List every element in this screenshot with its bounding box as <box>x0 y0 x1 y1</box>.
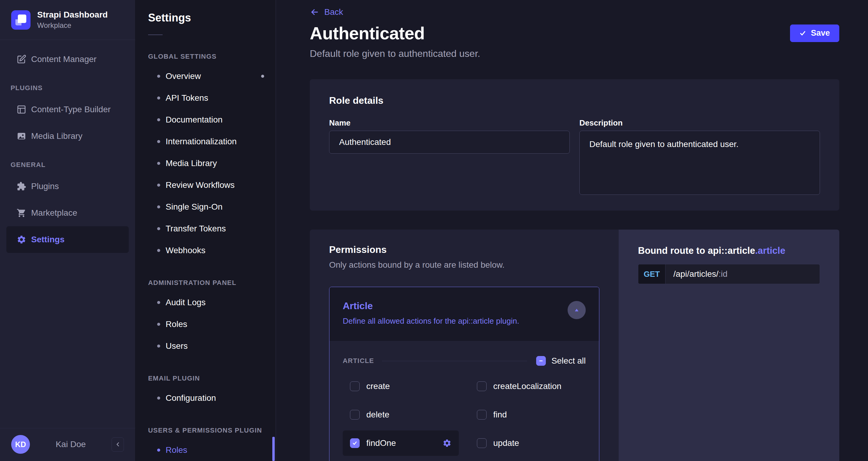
article-group-label: ARTICLE <box>343 357 374 365</box>
sidebar-item-settings[interactable]: Settings <box>6 226 129 253</box>
createlocalization-checkbox[interactable] <box>477 381 487 391</box>
sidebar-item-label: Plugins <box>31 181 59 191</box>
route-path: /api/articles/:id <box>665 264 735 284</box>
subnav-group-header-users-permissions-plugin: USERS & PERMISSIONS PLUGIN <box>148 427 276 434</box>
save-label: Save <box>811 28 830 38</box>
subnav-item-documentation[interactable]: Documentation <box>135 109 276 131</box>
page-subtitle: Default role given to authenticated user… <box>310 48 839 59</box>
main-sidebar: Strapi Dashboard Workplace Content Manag… <box>0 0 135 461</box>
subnav-scrollbar-thumb[interactable] <box>272 437 275 461</box>
subnav-item-transfer-tokens[interactable]: Transfer Tokens <box>135 218 276 239</box>
page-title: Authenticated <box>310 23 425 43</box>
description-label: Description <box>579 118 820 128</box>
bullet-icon <box>157 140 160 143</box>
permission-cell-update: update <box>470 430 586 456</box>
route-path-param: :id <box>718 269 727 279</box>
subnav-item-api-tokens[interactable]: API Tokens <box>135 87 276 109</box>
bullet-icon <box>157 397 160 400</box>
subnav-item-webhooks[interactable]: Webhooks <box>135 239 276 261</box>
sidebar-item-label: Marketplace <box>31 208 78 218</box>
name-input[interactable] <box>329 131 570 154</box>
bullet-icon <box>157 183 160 186</box>
delete-checkbox[interactable] <box>350 410 360 420</box>
subnav-item-users[interactable]: Users <box>135 335 276 357</box>
back-link[interactable]: Back <box>310 7 343 17</box>
bullet-icon <box>157 205 160 208</box>
subnav-item-admin-roles[interactable]: Roles <box>135 313 276 335</box>
puzzle-icon <box>17 181 26 191</box>
brand: Strapi Dashboard Workplace <box>0 0 135 40</box>
caret-up-icon <box>574 307 580 313</box>
permission-cell-create: create <box>343 374 459 399</box>
permission-cell-createlocalization: createLocalization <box>470 374 586 399</box>
create-checkbox[interactable] <box>350 381 360 391</box>
bullet-icon <box>157 162 160 165</box>
subnav-item-overview[interactable]: Overview <box>135 65 276 87</box>
sidebar-item-marketplace[interactable]: Marketplace <box>6 200 129 226</box>
permissions-panel: Permissions Only actions bound by a rout… <box>310 230 619 461</box>
select-all-label: Select all <box>551 356 586 366</box>
brand-subtitle: Workplace <box>37 21 107 30</box>
find-checkbox[interactable] <box>477 410 487 420</box>
bound-route-panel: Bound route to api::article.article GET … <box>619 230 839 461</box>
subnav-item-media-library[interactable]: Media Library <box>135 152 276 174</box>
sidebar-item-content-manager[interactable]: Content Manager <box>6 46 129 73</box>
sidebar-item-label: Settings <box>31 235 64 244</box>
layout-icon <box>17 105 26 114</box>
sidebar-item-plugins[interactable]: Plugins <box>6 173 129 200</box>
section-general-header: GENERAL <box>10 161 129 169</box>
bullet-icon <box>157 118 160 121</box>
back-label: Back <box>324 7 343 17</box>
subnav-item-review-workflows[interactable]: Review Workflows <box>135 174 276 196</box>
check-icon <box>799 30 806 37</box>
subnav-group-header-global-settings: GLOBAL SETTINGS <box>148 53 276 60</box>
name-label: Name <box>329 118 570 128</box>
subnav-item-audit-logs[interactable]: Audit Logs <box>135 292 276 313</box>
bullet-icon <box>157 227 160 230</box>
description-textarea[interactable]: Default role given to authenticated user… <box>579 131 820 195</box>
accordion-title: Article <box>343 300 519 312</box>
route-box: GET /api/articles/:id <box>638 264 820 284</box>
bound-route-title: Bound route to api::article.article <box>638 245 820 256</box>
sidebar-item-label: Content Manager <box>31 54 96 64</box>
sidebar-item-content-type-builder[interactable]: Content-Type Builder <box>6 96 129 123</box>
bullet-icon <box>157 249 160 252</box>
settings-subnav: Settings GLOBAL SETTINGS Overview API To… <box>135 0 276 461</box>
collapse-sidebar-button[interactable] <box>112 437 124 452</box>
update-checkbox[interactable] <box>477 438 487 448</box>
role-details-title: Role details <box>329 95 820 106</box>
permission-settings-button[interactable] <box>442 439 452 448</box>
select-all-checkbox[interactable] <box>536 356 546 366</box>
subnav-item-up-roles[interactable]: Roles <box>135 439 276 461</box>
cart-icon <box>17 208 26 218</box>
permission-cell-delete: delete <box>343 402 459 427</box>
sidebar-item-media-library[interactable]: Media Library <box>6 123 129 149</box>
subnav-item-configuration[interactable]: Configuration <box>135 387 276 409</box>
subnav-item-single-sign-on[interactable]: Single Sign-On <box>135 196 276 218</box>
bullet-icon <box>157 345 160 348</box>
section-plugins-header: PLUGINS <box>10 84 129 92</box>
notification-dot-icon <box>261 75 264 78</box>
subnav-title-divider <box>148 34 163 35</box>
route-method-badge: GET <box>638 264 665 284</box>
user-avatar[interactable]: KD <box>11 435 30 454</box>
subnav-item-internationalization[interactable]: Internationalization <box>135 131 276 152</box>
accordion-subtitle: Define all allowed actions for the api::… <box>343 316 519 326</box>
permission-cell-find: find <box>470 402 586 427</box>
user-row: KD Kai Doe <box>0 428 135 461</box>
permissions-grid: create createLocalization delete fi <box>343 374 586 456</box>
user-name: Kai Doe <box>30 439 112 449</box>
sidebar-item-label: Media Library <box>31 131 83 141</box>
bullet-icon <box>157 301 160 304</box>
collapse-accordion-button[interactable] <box>567 301 586 319</box>
brand-title: Strapi Dashboard <box>37 10 107 20</box>
save-button[interactable]: Save <box>790 25 839 42</box>
article-accordion-body: ARTICLE Select all create <box>330 341 599 461</box>
findone-checkbox[interactable] <box>350 438 360 448</box>
subnav-group-header-administration-panel: ADMINISTRATION PANEL <box>148 279 276 287</box>
article-accordion-header[interactable]: Article Define all allowed actions for t… <box>330 287 599 341</box>
bullet-icon <box>157 96 160 99</box>
subnav-title: Settings <box>148 11 276 24</box>
chevron-left-icon <box>114 441 122 448</box>
bullet-icon <box>157 449 160 452</box>
